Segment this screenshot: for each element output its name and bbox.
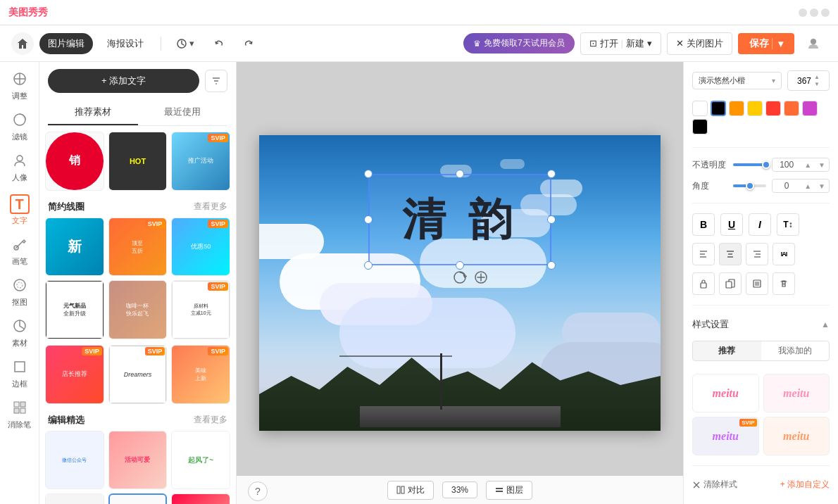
tab-recent[interactable]: 最近使用 — [138, 100, 228, 125]
bold-button[interactable]: B — [692, 213, 715, 236]
help-button[interactable]: ? — [248, 481, 268, 501]
tab-recommended[interactable]: 推荐素材 — [48, 100, 138, 125]
poster-tab[interactable]: 海报设计 — [99, 33, 152, 54]
close-button[interactable]: ✕ — [821, 8, 830, 17]
angle-down[interactable]: ▼ — [815, 181, 829, 191]
handle-bc[interactable] — [456, 261, 464, 270]
handle-tr[interactable] — [547, 170, 556, 178]
sticker-xin[interactable]: 新 — [45, 218, 104, 277]
handle-br[interactable] — [547, 261, 556, 270]
opacity-thumb[interactable] — [762, 160, 770, 169]
color-black[interactable] — [711, 101, 726, 116]
sidebar-item-portrait[interactable]: 人像 — [4, 149, 35, 187]
sticker-dreamers[interactable]: Dreamers SVIP — [108, 345, 168, 404]
sidebar-item-adjust[interactable]: 调整 — [4, 68, 35, 106]
lock-button[interactable] — [692, 272, 715, 295]
style-preview-2[interactable]: meitu — [763, 374, 830, 412]
opacity-up[interactable]: ▲ — [801, 160, 815, 170]
sticker-sale[interactable]: 销 — [45, 132, 104, 191]
color-yellow[interactable] — [747, 101, 763, 116]
font-size-down[interactable]: ▼ — [814, 81, 820, 87]
font-size-stepper[interactable]: ▲ ▼ — [814, 74, 820, 87]
handle-bl[interactable] — [364, 261, 373, 270]
align-left-button[interactable] — [692, 243, 715, 265]
style-tab-recommended[interactable]: 推荐 — [693, 341, 761, 360]
compare-button[interactable]: 对比 — [387, 481, 434, 500]
angle-thumb[interactable] — [746, 182, 754, 190]
font-size-up[interactable]: ▲ — [814, 74, 820, 80]
handle-tc[interactable] — [456, 170, 464, 178]
sticker-shop-rec[interactable]: 店长推荐 SVIP — [45, 345, 104, 404]
history-btn[interactable]: ▾ — [170, 34, 201, 52]
sidebar-item-paint[interactable]: 画笔 — [4, 233, 35, 271]
sticker-qingyun[interactable]: 清 韵 — [108, 493, 168, 504]
sticker-newprod[interactable]: 元气新品全新升级 — [45, 280, 104, 339]
open-btn[interactable]: ⊡ 打开 | 新建 ▾ — [580, 32, 661, 55]
sticker-hashtag[interactable]: #时简型动 — [45, 493, 104, 504]
color-white[interactable] — [692, 101, 708, 116]
edit-tab[interactable]: 图片编辑 — [39, 33, 93, 54]
color-orange[interactable] — [729, 101, 744, 116]
expand-icon[interactable]: ▲ — [821, 320, 830, 329]
sidebar-item-mosaic[interactable]: 消除笔 — [4, 396, 35, 434]
delete-button[interactable] — [773, 272, 795, 295]
handle-ml[interactable] — [364, 215, 373, 224]
rotate-handle[interactable] — [453, 270, 467, 286]
move-handle[interactable] — [474, 270, 488, 286]
redo-btn[interactable] — [237, 35, 261, 52]
sidebar-item-filter[interactable]: 滤镜 — [4, 108, 35, 146]
color-purple[interactable] — [802, 101, 818, 116]
sticker-top50[interactable]: 顶至五折 SVIP — [108, 218, 168, 277]
home-button[interactable] — [11, 32, 34, 55]
sticker-wechat[interactable]: 微信公众号 — [45, 431, 104, 490]
style-preview-1[interactable]: meitu — [692, 374, 759, 412]
save-button[interactable]: 保存 ▾ — [738, 33, 794, 54]
sticker-tasty[interactable]: 美味上新 SVIP — [171, 345, 230, 404]
align-right-button[interactable] — [746, 243, 768, 265]
sidebar-item-border[interactable]: 边框 — [4, 355, 35, 393]
layers-button[interactable]: 图层 — [486, 481, 532, 500]
text-selection-container[interactable]: 清 韵 — [368, 174, 551, 265]
angle-slider[interactable] — [733, 184, 766, 187]
align-center-button[interactable] — [719, 243, 742, 265]
text-effects-button[interactable]: T↕ — [777, 213, 799, 236]
user-btn[interactable] — [800, 34, 827, 53]
underline-button[interactable]: U — [720, 213, 743, 236]
see-more-edit[interactable]: 查看更多 — [194, 414, 227, 426]
angle-up[interactable]: ▲ — [801, 181, 815, 191]
sticker-coffee[interactable]: 咖啡一杯快乐起飞 — [108, 280, 168, 339]
italic-button[interactable]: I — [749, 213, 771, 236]
font-selector[interactable]: 演示悠然小楷 ▾ — [692, 72, 782, 89]
save-arrow[interactable]: ▾ — [772, 38, 783, 49]
copy-button[interactable] — [719, 272, 742, 295]
sticker-cute[interactable]: 活动可爱 — [108, 431, 168, 490]
sidebar-item-text[interactable]: T 文字 — [4, 190, 35, 230]
sticker-rawmat[interactable]: 原材料立减10元 SVIP — [171, 280, 230, 339]
close-img-btn[interactable]: ✕ 关闭图片 — [667, 32, 732, 55]
style-preview-4[interactable]: meitu — [763, 417, 830, 455]
layers-stack-button[interactable] — [746, 272, 768, 295]
style-preview-3[interactable]: meitu SVIP — [692, 417, 759, 455]
sticker-hot1[interactable]: HOT — [108, 132, 168, 191]
filter-button[interactable] — [205, 70, 227, 92]
sticker-promo[interactable]: 推广活动 SVIP — [171, 132, 230, 191]
vip-button[interactable]: ♛ 免费领取7天试用会员 — [463, 33, 575, 53]
see-more-simple[interactable]: 查看更多 — [194, 201, 227, 213]
color-red[interactable] — [765, 101, 781, 116]
opacity-stepper[interactable]: 100 ▲ ▼ — [772, 158, 830, 172]
angle-stepper[interactable]: 0 ▲ ▼ — [772, 179, 830, 193]
add-text-button[interactable]: + 添加文字 — [48, 69, 199, 93]
sidebar-item-material[interactable]: 素材 — [4, 315, 35, 353]
clear-style-button[interactable]: 清除样式 — [692, 479, 737, 491]
minimize-button[interactable]: ─ — [799, 8, 807, 17]
zoom-control[interactable]: 33% — [442, 481, 477, 498]
sidebar-item-shape[interactable]: 抠图 — [4, 274, 35, 312]
maximize-button[interactable]: □ — [810, 8, 818, 17]
style-tab-custom[interactable]: 我添加的 — [761, 341, 830, 360]
handle-mr[interactable] — [547, 215, 556, 224]
color-orange2[interactable] — [784, 101, 799, 116]
handle-tl[interactable] — [364, 170, 373, 178]
opacity-slider[interactable] — [733, 163, 766, 166]
sticker-hotbig[interactable]: HOT — [171, 493, 230, 504]
color-black2[interactable] — [692, 119, 708, 134]
